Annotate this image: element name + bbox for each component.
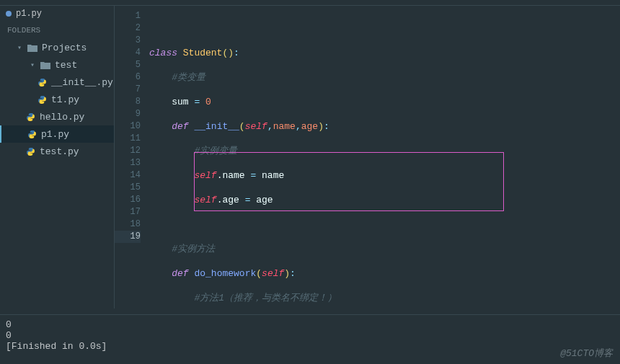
file-tree: ▾Projects▾test__init__.pyt1.pyhello.pyp1… — [0, 39, 114, 160]
tree-item-__init__-py[interactable]: __init__.py — [0, 74, 114, 91]
python-icon — [37, 78, 47, 87]
chevron-down-icon: ▾ — [29, 61, 36, 69]
tree-label: __init__.py — [51, 77, 113, 88]
python-icon — [37, 95, 47, 105]
tree-item-test-py[interactable]: test.py — [0, 143, 114, 160]
sidebar: p1.py FOLDERS ▾Projects▾test__init__.pyt… — [0, 6, 115, 308]
watermark: @51CTO博客 — [560, 347, 613, 360]
python-icon — [26, 147, 35, 156]
tree-label: hello.py — [40, 112, 84, 123]
code-editor[interactable]: 12345678910111213141516171819 class Stud… — [115, 6, 620, 308]
tree-label: test.py — [40, 146, 79, 157]
chevron-down-icon: ▾ — [16, 43, 23, 52]
tree-item-test[interactable]: ▾test — [0, 56, 114, 74]
open-tab-label: p1.py — [16, 9, 42, 19]
folders-header: FOLDERS — [0, 22, 114, 39]
python-icon — [26, 112, 35, 122]
tree-item-t1-py[interactable]: t1.py — [0, 91, 114, 108]
tree-item-p1-py[interactable]: p1.py — [0, 125, 114, 143]
tree-label: Projects — [42, 43, 87, 53]
tree-label: p1.py — [41, 129, 69, 140]
python-icon — [27, 130, 37, 139]
output-panel: 0 0 [Finished in 0.0s] — [0, 314, 620, 364]
line-gutter: 12345678910111213141516171819 — [115, 9, 149, 308]
tree-label: test — [55, 60, 77, 71]
tree-label: t1.py — [51, 94, 79, 105]
folder-icon — [40, 61, 50, 69]
folder-icon — [27, 44, 37, 52]
modified-dot-icon — [6, 11, 12, 17]
tab-bar — [0, 0, 620, 6]
code-area[interactable]: class Student(): #类变量 sum = 0 def __init… — [149, 9, 620, 308]
tree-item-hello-py[interactable]: hello.py — [0, 108, 114, 125]
tree-item-Projects[interactable]: ▾Projects — [0, 39, 114, 56]
open-tab[interactable]: p1.py — [0, 6, 114, 22]
